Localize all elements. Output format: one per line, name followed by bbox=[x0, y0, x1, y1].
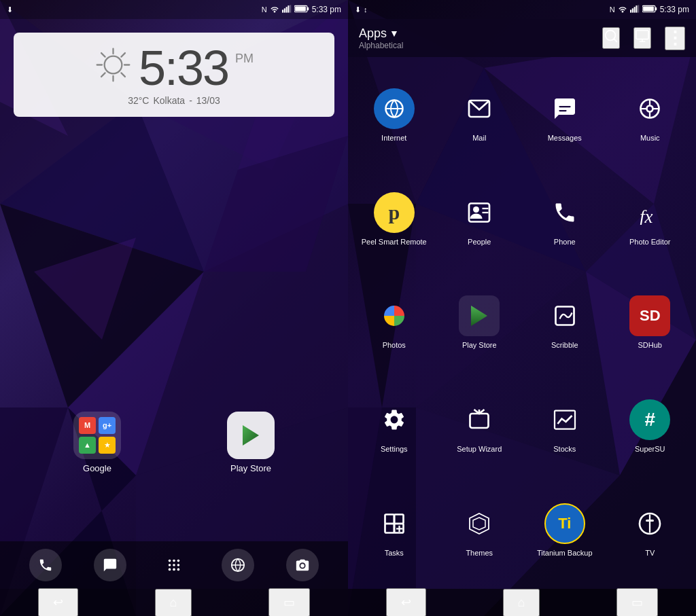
left-back-button[interactable]: ↩ bbox=[38, 588, 78, 616]
app-photo-editor[interactable]: fx Photo Editor bbox=[608, 168, 693, 272]
right-status-right: N 5:33 pm bbox=[610, 5, 689, 14]
app-phone[interactable]: Phone bbox=[522, 168, 608, 272]
app-messages[interactable]: Messages bbox=[522, 64, 608, 168]
svg-rect-17 bbox=[288, 5, 289, 13]
svg-rect-75 bbox=[470, 414, 489, 428]
right-nav-bar: ↩ ⌂ ▭ bbox=[348, 589, 696, 616]
svg-line-29 bbox=[121, 53, 125, 57]
themes-label: Themes bbox=[466, 548, 493, 558]
svg-rect-80 bbox=[385, 524, 394, 533]
download-icon: ⬇ bbox=[7, 5, 13, 14]
app-stocks[interactable]: Stocks bbox=[522, 375, 608, 479]
svg-rect-55 bbox=[631, 8, 633, 12]
left-status-bar: ⬇ N 5:33 pm bbox=[0, 0, 348, 19]
tasks-icon bbox=[374, 503, 415, 544]
setup-wizard-label: Setup Wizard bbox=[457, 444, 502, 454]
weather-info: 32°C Kolkata - 13/03 bbox=[128, 95, 220, 106]
apps-title-area: Apps ▼ Alphabetical bbox=[359, 26, 403, 50]
right-recents-button[interactable]: ▭ bbox=[616, 588, 658, 616]
left-recents-button[interactable]: ▭ bbox=[268, 588, 310, 616]
apps-title-text: Apps bbox=[359, 26, 387, 41]
app-tv[interactable]: TV bbox=[608, 478, 693, 582]
svg-rect-58 bbox=[638, 5, 639, 12]
app-mail[interactable]: Mail bbox=[437, 64, 523, 168]
app-themes[interactable]: Themes bbox=[437, 478, 523, 582]
google-folder-item[interactable]: M g+ ▲ ★ Google bbox=[73, 412, 121, 473]
svg-rect-21 bbox=[295, 6, 306, 11]
app-music[interactable]: Music bbox=[608, 64, 693, 168]
internet-label: Internet bbox=[381, 133, 406, 143]
clock-widget: 5:33 PM 32°C Kolkata - 13/03 bbox=[14, 33, 334, 117]
photos-icon bbox=[374, 295, 415, 336]
scribble-icon bbox=[544, 295, 585, 336]
app-photos[interactable]: Photos bbox=[351, 271, 437, 375]
app-peel[interactable]: p Peel Smart Remote bbox=[351, 168, 437, 272]
photo-editor-label: Photo Editor bbox=[629, 237, 671, 247]
peel-label: Peel Smart Remote bbox=[362, 237, 427, 247]
app-supersu[interactable]: # SuperSU bbox=[608, 375, 693, 479]
apps-header-icons: ⋮ bbox=[602, 26, 685, 50]
svg-rect-78 bbox=[385, 514, 394, 524]
photos-icon-small: ★ bbox=[99, 437, 116, 454]
app-tasks[interactable]: Tasks bbox=[351, 478, 437, 582]
app-people[interactable]: People bbox=[437, 168, 523, 272]
titanium-icon: Ti bbox=[544, 503, 585, 544]
apps-dropdown-icon[interactable]: ▼ bbox=[389, 28, 399, 39]
music-icon bbox=[629, 88, 670, 129]
dock-camera[interactable] bbox=[286, 549, 319, 581]
svg-point-37 bbox=[177, 564, 180, 566]
svg-rect-14 bbox=[282, 10, 283, 12]
home-dock bbox=[0, 541, 348, 589]
messages-icon bbox=[544, 88, 585, 129]
right-status-left: ⬇ ↕ bbox=[355, 5, 368, 14]
app-setup-wizard[interactable]: Setup Wizard bbox=[437, 375, 523, 479]
svg-rect-60 bbox=[655, 7, 656, 11]
dock-phone[interactable] bbox=[29, 549, 62, 581]
right-back-button[interactable]: ↩ bbox=[386, 588, 426, 616]
app-sdhub[interactable]: SD SDHub bbox=[608, 271, 693, 375]
battery-icon bbox=[294, 5, 309, 14]
right-home-button[interactable]: ⌂ bbox=[503, 589, 540, 617]
apps-title[interactable]: Apps ▼ bbox=[359, 26, 403, 41]
svg-rect-64 bbox=[636, 31, 648, 39]
svg-rect-57 bbox=[636, 5, 637, 13]
photo-editor-icon: fx bbox=[629, 192, 670, 233]
left-home-button[interactable]: ⌂ bbox=[155, 589, 192, 617]
svg-marker-73 bbox=[471, 306, 487, 326]
right-download-icon: ⬇ bbox=[355, 5, 361, 14]
stocks-label: Stocks bbox=[553, 444, 576, 454]
google-folder-label: Google bbox=[83, 463, 111, 473]
right-battery-icon bbox=[642, 5, 657, 14]
phone-icon bbox=[544, 192, 585, 233]
app-internet[interactable]: Internet bbox=[351, 64, 437, 168]
drive-icon: ▲ bbox=[79, 437, 96, 454]
wifi-icon bbox=[270, 5, 279, 14]
dock-browser[interactable] bbox=[222, 549, 254, 581]
dock-app-drawer[interactable] bbox=[158, 549, 190, 581]
apps-menu-button[interactable]: ⋮ bbox=[665, 26, 685, 50]
left-status-left: ⬇ bbox=[7, 5, 13, 14]
left-status-right: N 5:33 pm bbox=[262, 5, 341, 14]
app-scribble[interactable]: Scribble bbox=[522, 271, 608, 375]
svg-point-38 bbox=[169, 568, 171, 571]
app-play-store[interactable]: Play Store bbox=[437, 271, 523, 375]
right-panel: ⬇ ↕ N 5:33 pm Apps ▼ Alphabetical bbox=[348, 0, 696, 616]
dock-messages[interactable] bbox=[94, 549, 126, 581]
svg-line-30 bbox=[101, 73, 105, 77]
play-store-home-item[interactable]: Play Store bbox=[227, 412, 275, 473]
svg-text:fx: fx bbox=[640, 206, 653, 225]
themes-icon bbox=[459, 503, 500, 544]
svg-rect-15 bbox=[283, 8, 285, 12]
svg-line-63 bbox=[614, 39, 616, 41]
svg-rect-74 bbox=[555, 307, 574, 325]
people-icon bbox=[459, 192, 500, 233]
apps-subtitle: Alphabetical bbox=[359, 41, 403, 50]
right-status-bar: ⬇ ↕ N 5:33 pm bbox=[348, 0, 696, 19]
apps-search-button[interactable] bbox=[602, 27, 620, 49]
apps-store-button[interactable] bbox=[633, 27, 651, 49]
app-titanium[interactable]: Ti Titanium Backup bbox=[522, 478, 608, 582]
app-settings[interactable]: Settings bbox=[351, 375, 437, 479]
supersu-label: SuperSU bbox=[635, 444, 665, 454]
clock-row: 5:33 PM bbox=[94, 43, 254, 92]
svg-rect-54 bbox=[630, 10, 631, 12]
